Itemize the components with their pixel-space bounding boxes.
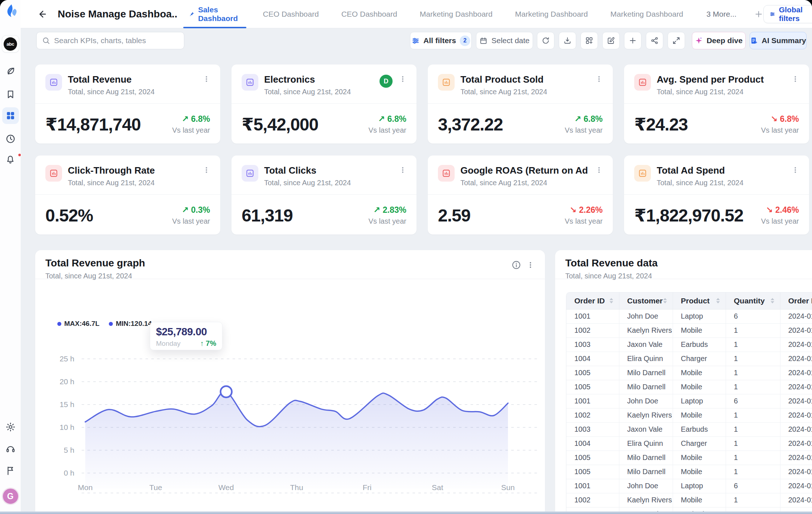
table-row[interactable]: 1003Jaxon ValeEarbuds12024-01-	[566, 422, 812, 436]
global-filters-button[interactable]: Global filters 6	[763, 5, 812, 23]
kebab-menu-icon[interactable]	[595, 166, 603, 174]
column-header-order-date[interactable]: Order Date	[780, 293, 812, 309]
table-row[interactable]: 1005Milo DarnellMobile12024-01-	[566, 366, 812, 380]
svg-text:0 h: 0 h	[64, 469, 74, 477]
grid-plus-icon	[585, 36, 594, 45]
add-widget-button[interactable]	[581, 32, 598, 49]
sidebar-item-saved[interactable]	[5, 89, 16, 100]
tab-marketing-dashboard-3[interactable]: Marketing Dashboard	[610, 10, 683, 18]
search-bar[interactable]	[36, 32, 184, 49]
table-row[interactable]: 1002Kaelyn RiversMobile12024-01-	[566, 323, 812, 337]
table-row[interactable]: 1001John DoeLaptop62024-01-	[566, 479, 812, 493]
sidebar-item-notifications[interactable]	[0, 154, 21, 165]
app-logo-icon[interactable]	[3, 3, 19, 20]
svg-text:25 h: 25 h	[60, 355, 74, 363]
refresh-button[interactable]	[537, 32, 554, 49]
bookmark-icon	[5, 89, 16, 100]
sidebar-item-feedback[interactable]	[5, 465, 16, 476]
kebab-menu-icon[interactable]	[398, 75, 407, 83]
tab-marketing-dashboard-1[interactable]: Marketing Dashboard	[420, 10, 493, 18]
sidebar-item-dashboards[interactable]	[2, 107, 19, 124]
sort-icon[interactable]	[716, 298, 720, 303]
all-filters-count: 2	[460, 36, 470, 46]
kpi-value: 61,319	[242, 206, 293, 225]
more-tabs-button[interactable]: 3 More...	[706, 10, 737, 18]
kebab-menu-icon[interactable]	[791, 166, 800, 174]
edit-icon	[607, 36, 615, 45]
table-row[interactable]: 1002Kaelyn RiversMobile12024-01-	[566, 493, 812, 507]
workspace-badge[interactable]: abc	[2, 35, 19, 53]
kpi-card-click-through-rate: Click-Through Rate Total, since Aug 21st…	[35, 156, 220, 235]
search-icon	[42, 36, 50, 45]
revenue-data-panel: Total Revenue data Total, since Aug 21st…	[555, 250, 812, 514]
add-tab-button[interactable]	[754, 9, 763, 19]
deep-dive-button[interactable]: Deep dive	[692, 32, 746, 49]
table-header-row: Order ID Customer Product Quantity Order…	[566, 293, 812, 309]
search-input[interactable]	[54, 36, 179, 45]
table-row[interactable]: 1005Milo DarnellMobile12024-01-	[566, 465, 812, 479]
column-header-quantity[interactable]: Quantity	[726, 293, 780, 309]
kpi-value: 3,372.22	[438, 115, 503, 134]
table-row[interactable]: 1004Elira QuinnCharger12024-01-	[566, 436, 812, 451]
fullscreen-button[interactable]	[668, 32, 685, 49]
table-row[interactable]: 1003Jaxon ValeEarbuds12024-01-	[566, 337, 812, 352]
dashboard-title: Noise Manage Dashboa..	[58, 8, 177, 20]
table-row[interactable]: 1004Elira QuinnCharger12024-01-	[566, 352, 812, 366]
table-row[interactable]: 1002Kaelyn RiversMobile12024-01-	[566, 408, 812, 422]
ai-summary-button[interactable]: AI Summary	[750, 32, 807, 49]
plus-icon	[628, 36, 637, 45]
tab-sales-dashboard[interactable]: Sales Dashbaord	[189, 0, 241, 28]
kebab-menu-icon[interactable]	[202, 166, 211, 174]
table-row[interactable]: 1005Milo DarnellMobile12024-01-	[566, 380, 812, 394]
kpi-delta: ↗ 6.8%	[172, 114, 210, 124]
share-button[interactable]	[646, 32, 663, 49]
ai-summary-label: AI Summary	[762, 36, 806, 45]
tab-ceo-dashboard-2[interactable]: CEO Dashboard	[341, 10, 397, 18]
sidebar-item-history[interactable]	[5, 133, 16, 144]
sidebar: abc	[0, 0, 21, 511]
gear-icon	[5, 422, 16, 432]
download-button[interactable]	[559, 32, 576, 49]
kpi-delta: ↘ 2.46%	[761, 205, 799, 215]
revenue-chart[interactable]: MAX:46.7L MIN:120.14 25 h20 h15 h10 h5 h…	[35, 279, 545, 514]
kpi-value: ₹24.23	[634, 114, 688, 134]
sidebar-item-settings[interactable]	[5, 422, 16, 432]
back-button[interactable]	[37, 8, 48, 20]
kpi-value: ₹5,42,000	[242, 114, 318, 134]
sort-icon[interactable]	[771, 298, 774, 303]
table-row[interactable]: 1005Milo DarnellMobile12024-01-	[566, 451, 812, 465]
column-header-product[interactable]: Product	[673, 293, 726, 309]
table-row[interactable]: 1001John DoeLaptop62024-01-	[566, 309, 812, 323]
grid-icon	[5, 111, 16, 121]
kpi-compare: Vs last year	[369, 126, 406, 134]
column-header-order-id[interactable]: Order ID	[566, 293, 619, 309]
user-avatar[interactable]: G	[2, 488, 19, 505]
sort-icon[interactable]	[663, 298, 667, 303]
notification-dot	[17, 153, 21, 157]
chart-marker[interactable]	[221, 386, 232, 397]
add-button[interactable]	[624, 32, 641, 49]
table-row[interactable]: 1001John DoeLaptop62024-01-	[566, 394, 812, 408]
calendar-icon	[479, 37, 488, 45]
kebab-menu-icon[interactable]	[202, 75, 211, 83]
filters-icon	[411, 37, 420, 45]
kpi-compare: Vs last year	[761, 217, 799, 225]
kpi-card-avg-spend: Avg. Spend per Product Total, since Aug …	[624, 65, 809, 144]
kebab-menu-icon[interactable]	[791, 75, 800, 83]
filters-icon	[770, 10, 775, 18]
all-filters-button[interactable]: All filters 2	[410, 32, 472, 49]
sort-icon[interactable]	[610, 298, 613, 303]
select-date-button[interactable]: Select date	[476, 32, 533, 49]
tab-ceo-dashboard-1[interactable]: CEO Dashboard	[263, 10, 319, 18]
kebab-menu-icon[interactable]	[526, 261, 535, 269]
kebab-menu-icon[interactable]	[595, 75, 603, 83]
edit-button[interactable]	[602, 32, 620, 49]
column-header-customer[interactable]: Customer	[619, 293, 673, 309]
bar-chart-icon	[438, 74, 455, 91]
sidebar-item-support[interactable]	[5, 443, 16, 454]
dimension-badge: D	[380, 75, 393, 88]
tab-marketing-dashboard-2[interactable]: Marketing Dashboard	[515, 10, 588, 18]
info-icon[interactable]	[512, 260, 521, 270]
kebab-menu-icon[interactable]	[398, 166, 407, 174]
sidebar-item-branding[interactable]	[5, 66, 16, 77]
